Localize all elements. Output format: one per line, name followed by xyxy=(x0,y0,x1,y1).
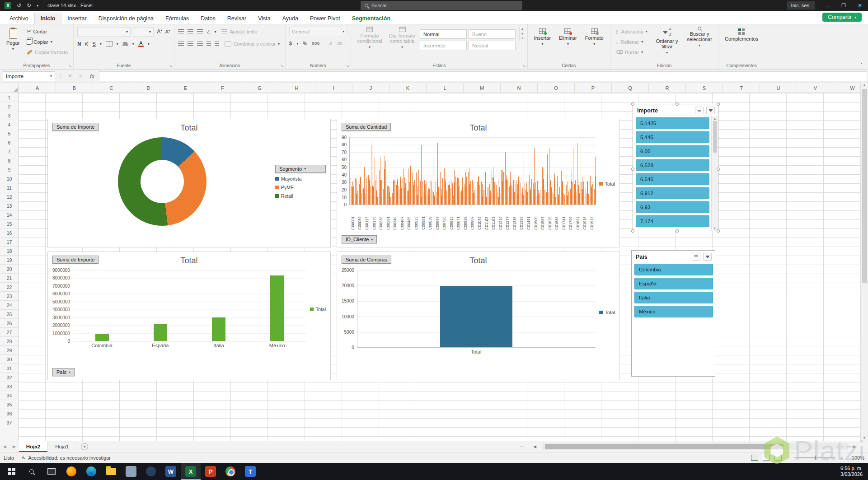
paste-button[interactable]: Pegar ▾ xyxy=(4,27,22,53)
selection-handle[interactable] xyxy=(717,229,720,233)
clear-filter-icon[interactable] xyxy=(706,107,715,114)
sort-filter-button[interactable]: AZ Ordenar y filtrar▾ xyxy=(652,27,682,56)
file-explorer-icon[interactable] xyxy=(101,463,121,480)
increase-indent-icon[interactable] xyxy=(215,42,219,46)
cut-button[interactable]: ✂Cortar xyxy=(25,27,70,36)
selection-handle[interactable] xyxy=(631,168,634,171)
column-header[interactable]: L xyxy=(427,83,464,93)
align-center-icon[interactable] xyxy=(188,42,193,46)
normal-view-icon[interactable] xyxy=(751,455,758,461)
collapse-ribbon-icon[interactable]: ⌃ xyxy=(860,62,863,67)
column-header[interactable]: D xyxy=(130,83,167,93)
dialog-launcher-icon[interactable]: ↘ xyxy=(281,64,284,68)
row-header[interactable]: 3 xyxy=(0,111,19,120)
sheet-nav-right-icon[interactable]: ▶ xyxy=(9,444,19,449)
ribbon-tab[interactable]: Segmentación xyxy=(346,13,396,24)
powerpoint-icon[interactable]: P xyxy=(201,463,221,480)
bar-italia[interactable] xyxy=(212,317,225,341)
column-header[interactable]: J xyxy=(352,83,389,93)
restore-button[interactable]: ❐ xyxy=(835,0,852,11)
ribbon-tab[interactable]: Revisar xyxy=(221,13,252,24)
comma-format-button[interactable]: 000 xyxy=(312,41,320,46)
align-middle-icon[interactable] xyxy=(188,29,193,34)
currency-format-button[interactable]: $ xyxy=(289,41,292,46)
redo-icon[interactable]: ↻ xyxy=(27,2,31,9)
slicer-scrollbar[interactable]: ▲ ▼ xyxy=(711,116,718,231)
row-header[interactable]: 19 xyxy=(0,256,19,265)
scrollbar-thumb[interactable] xyxy=(713,121,717,153)
steam-icon[interactable] xyxy=(141,463,161,480)
slicer-pais[interactable]: País ☰ ColombiaEspañaItaliaMéxico xyxy=(631,250,715,377)
search-box[interactable]: Buscar xyxy=(361,1,522,10)
pivot-field-button[interactable]: Suma de Importe xyxy=(52,123,99,131)
pivot-field-button[interactable]: Suma de Cantidad xyxy=(342,123,391,131)
axis-field-button[interactable]: País▾ xyxy=(52,368,75,376)
column-header[interactable]: O xyxy=(538,83,575,93)
row-header[interactable]: 22 xyxy=(0,283,19,292)
pivot-field-button[interactable]: Suma de Importe xyxy=(52,256,99,264)
bar-méxico[interactable] xyxy=(270,275,284,341)
row-header[interactable]: 33 xyxy=(0,382,19,391)
ribbon-tab[interactable]: Insertar xyxy=(61,13,92,24)
row-header[interactable]: 20 xyxy=(0,265,19,274)
insert-cells-button[interactable]: Insertar▾ xyxy=(531,27,554,48)
column-header[interactable]: G xyxy=(241,83,278,93)
donut-chart[interactable] xyxy=(118,137,206,226)
dialog-launcher-icon[interactable]: ↘ xyxy=(69,64,72,68)
slicer-item[interactable]: Italia xyxy=(634,292,713,303)
gallery-up-icon[interactable]: ▴ xyxy=(521,27,524,31)
row-header[interactable]: 30 xyxy=(0,355,19,364)
column-header[interactable]: S xyxy=(686,83,723,93)
edge-icon[interactable] xyxy=(81,463,101,480)
font-name-combo[interactable]: ▾ xyxy=(77,27,131,37)
delete-cells-button[interactable]: Eliminar▾ xyxy=(556,27,580,48)
column-header[interactable]: I xyxy=(315,83,352,93)
slicer-item[interactable]: 5,1425 xyxy=(636,117,709,129)
firefox-icon[interactable] xyxy=(61,463,81,480)
axis-field-button[interactable]: ID_Cliente▾ xyxy=(342,235,377,243)
multi-select-icon[interactable]: ☰ xyxy=(695,107,704,114)
row-header[interactable]: 12 xyxy=(0,192,19,201)
selection-handle[interactable] xyxy=(717,103,720,106)
slicer-item[interactable]: México xyxy=(634,306,713,317)
dialog-launcher-icon[interactable]: ↘ xyxy=(522,64,526,68)
row-header[interactable]: 25 xyxy=(0,310,19,319)
accessibility-status[interactable]: ♿ Accesibilidad: es necesario investigar xyxy=(21,455,111,461)
row-header[interactable]: 36 xyxy=(0,409,19,418)
zoom-thumb[interactable] xyxy=(815,456,816,460)
row-header[interactable]: 35 xyxy=(0,400,19,409)
decrease-font-size-button[interactable]: A▾ xyxy=(165,29,170,34)
undo-icon[interactable]: ↺ xyxy=(17,2,21,9)
slicer-item[interactable]: 6,05 xyxy=(636,145,709,157)
close-button[interactable]: ✕ xyxy=(852,0,868,11)
hscroll-right-icon[interactable]: ▶ xyxy=(853,441,856,452)
column-header[interactable]: P xyxy=(575,83,612,93)
bar-total[interactable] xyxy=(440,286,512,347)
slicer-item[interactable]: Colombia xyxy=(634,264,713,275)
insert-function-icon[interactable]: fx xyxy=(87,73,97,79)
pivot-chart-compras[interactable]: Suma de ComprasTotal25000200001500010000… xyxy=(337,252,620,380)
selection-handle[interactable] xyxy=(676,103,679,106)
format-as-table-button[interactable]: Dar formato como tabla▾ xyxy=(387,27,417,50)
clear-button[interactable]: ⌫Borrar▾ xyxy=(614,47,649,57)
column-header[interactable]: A xyxy=(19,83,56,93)
slicer-item[interactable]: 6,912 xyxy=(636,187,709,199)
align-top-icon[interactable] xyxy=(178,29,184,34)
pivot-chart-importe-pais[interactable]: Suma de ImporteTotal90000008000000700000… xyxy=(47,252,331,380)
zoom-level[interactable]: 100% xyxy=(847,455,864,461)
row-header[interactable]: 16 xyxy=(0,228,19,238)
slicer-item[interactable]: 5,445 xyxy=(636,131,709,143)
slicer-item[interactable]: 7,174 xyxy=(636,215,709,227)
autosum-button[interactable]: ΣAutosuma▾ xyxy=(614,27,649,36)
row-header[interactable]: 18 xyxy=(0,247,19,256)
row-header[interactable]: 15 xyxy=(0,219,19,228)
slicer-item[interactable]: España xyxy=(634,278,713,289)
clear-filter-icon[interactable] xyxy=(703,253,712,261)
teams-icon[interactable]: T xyxy=(240,463,260,480)
column-header[interactable]: M xyxy=(464,83,501,93)
format-cells-button[interactable]: Formato▾ xyxy=(582,27,606,48)
ribbon-tab[interactable]: Ayuda xyxy=(277,13,304,24)
row-header[interactable]: 32 xyxy=(0,373,19,382)
slicer-importe[interactable]: Importe ☰ 5,14255,4456,056,5286,5456,912… xyxy=(633,104,718,231)
name-box[interactable]: Importe▾ xyxy=(3,71,55,81)
